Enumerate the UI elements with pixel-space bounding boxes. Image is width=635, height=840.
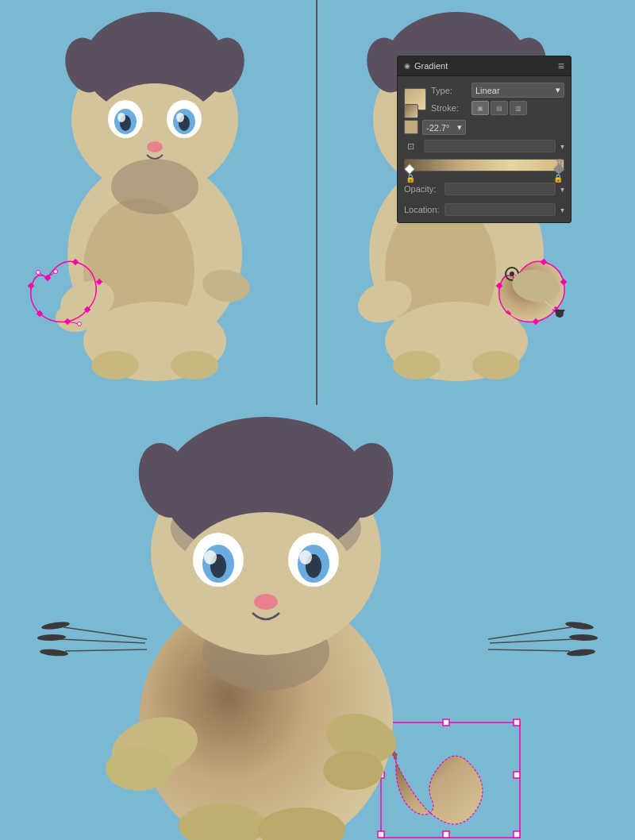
aspect-chevron: ▾	[560, 142, 564, 151]
gradient-bar-container: 🔒 🔒 🗑	[404, 159, 564, 171]
svg-point-16	[147, 141, 163, 152]
svg-point-17	[111, 159, 198, 214]
stroke-buttons: ▣ ▤ ▥	[471, 101, 527, 115]
gradient-panel-menu-icon[interactable]: ≡	[558, 60, 564, 72]
svg-point-22	[91, 351, 139, 380]
svg-rect-93	[514, 772, 520, 778]
svg-point-33	[37, 271, 40, 275]
opacity-chevron: ▾	[560, 185, 564, 194]
type-chevron: ▾	[556, 85, 560, 95]
stroke-btn-2[interactable]: ▤	[491, 101, 508, 115]
svg-rect-87	[514, 719, 520, 726]
svg-point-14	[117, 113, 125, 122]
location-row: Location: ▾	[404, 203, 564, 216]
svg-point-64	[510, 272, 514, 276]
cat-illustration-top-left	[0, 0, 318, 405]
top-row: ◉ Gradient ≡ Type: Linear	[0, 0, 635, 405]
svg-point-69	[393, 351, 441, 380]
trash-icon[interactable]: 🗑	[556, 157, 564, 167]
svg-rect-88	[378, 831, 384, 838]
svg-point-36	[78, 322, 82, 326]
svg-point-112	[106, 746, 172, 791]
location-field[interactable]	[444, 203, 556, 216]
svg-rect-91	[443, 831, 449, 838]
angle-value: -22.7°	[426, 123, 449, 133]
opacity-label: Opacity:	[404, 184, 440, 194]
svg-rect-90	[443, 719, 449, 726]
svg-point-23	[171, 351, 218, 380]
lock-left-icon: 🔒	[406, 174, 415, 183]
gradient-panel-title: ◉ Gradient	[404, 61, 448, 71]
location-label: Location:	[404, 205, 440, 214]
stroke-btn-1[interactable]: ▣	[471, 101, 489, 115]
angle-row: ∠ -22.7° ▾	[407, 120, 564, 135]
type-label: Type:	[431, 86, 467, 95]
svg-point-110	[254, 594, 278, 610]
opacity-field[interactable]	[444, 183, 556, 195]
type-select[interactable]: Linear ▾	[471, 83, 564, 98]
angle-input[interactable]: -22.7° ▾	[422, 120, 466, 135]
gradient-title-label: Gradient	[414, 61, 448, 71]
angle-chevron: ▾	[457, 122, 462, 133]
main-layout: ◉ Gradient ≡ Type: Linear	[0, 0, 635, 840]
svg-point-15	[176, 113, 184, 122]
aspect-row: ⊡ ▾	[407, 140, 564, 152]
svg-rect-89	[514, 831, 520, 838]
svg-point-109	[299, 550, 312, 564]
panel-top-right: ◉ Gradient ≡ Type: Linear	[318, 0, 635, 405]
gradient-bar[interactable]	[404, 159, 564, 171]
lock-right-icon: 🔒	[553, 174, 563, 183]
location-chevron: ▾	[560, 206, 564, 214]
stroke-label: Stroke:	[431, 103, 467, 113]
aspect-icon: ⊡	[407, 141, 414, 152]
svg-point-70	[472, 351, 520, 380]
gradient-panel-body: Type: Linear ▾ Stroke: ▣	[398, 76, 571, 222]
svg-point-114	[323, 750, 383, 790]
gradient-type-row: Type: Linear ▾ Stroke: ▣	[404, 83, 564, 115]
panel-top-left	[0, 0, 318, 405]
stroke-btn-3[interactable]: ▥	[510, 101, 527, 115]
opacity-row: Opacity: ▾	[404, 183, 564, 195]
gradient-panel-header: ◉ Gradient ≡	[398, 56, 571, 76]
svg-point-108	[204, 550, 217, 564]
cat-illustration-bottom	[0, 405, 635, 840]
gradient-title-icon: ◉	[404, 62, 410, 70]
svg-point-34	[54, 270, 58, 274]
panel-bottom	[0, 405, 635, 840]
gradient-panel: ◉ Gradient ≡ Type: Linear	[397, 56, 572, 223]
type-value: Linear	[475, 86, 500, 95]
